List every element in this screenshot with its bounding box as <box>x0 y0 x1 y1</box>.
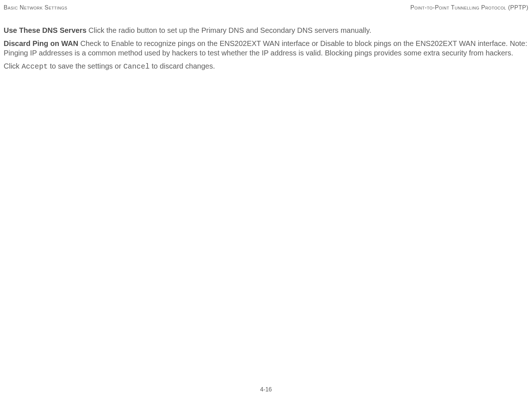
header-left: Basic Network Settings <box>4 4 67 11</box>
text-discard-ping: Check to Enable to recognize pings on th… <box>4 39 527 57</box>
label-dns-servers: Use These DNS Servers <box>4 26 87 34</box>
code-accept: Accept <box>22 62 48 71</box>
paragraph-accept-cancel: Click Accept to save the settings or Can… <box>4 61 528 72</box>
text-mid: to save the settings or <box>48 62 123 70</box>
header-right: Point-to-Point Tunnelling Protocol (PPTP… <box>410 4 528 11</box>
page-number: 4-16 <box>0 386 532 393</box>
page-header: Basic Network Settings Point-to-Point Tu… <box>4 0 528 12</box>
code-cancel: Cancel <box>123 62 150 71</box>
text-dns-servers: Click the radio button to set up the Pri… <box>87 26 371 34</box>
paragraph-discard-ping: Discard Ping on WAN Check to Enable to r… <box>4 39 528 58</box>
paragraph-dns-servers: Use These DNS Servers Click the radio bu… <box>4 26 528 35</box>
page-content: Use These DNS Servers Click the radio bu… <box>4 12 528 72</box>
text-post: to discard changes. <box>150 62 215 70</box>
label-discard-ping: Discard Ping on WAN <box>4 39 78 47</box>
text-pre: Click <box>4 62 22 70</box>
